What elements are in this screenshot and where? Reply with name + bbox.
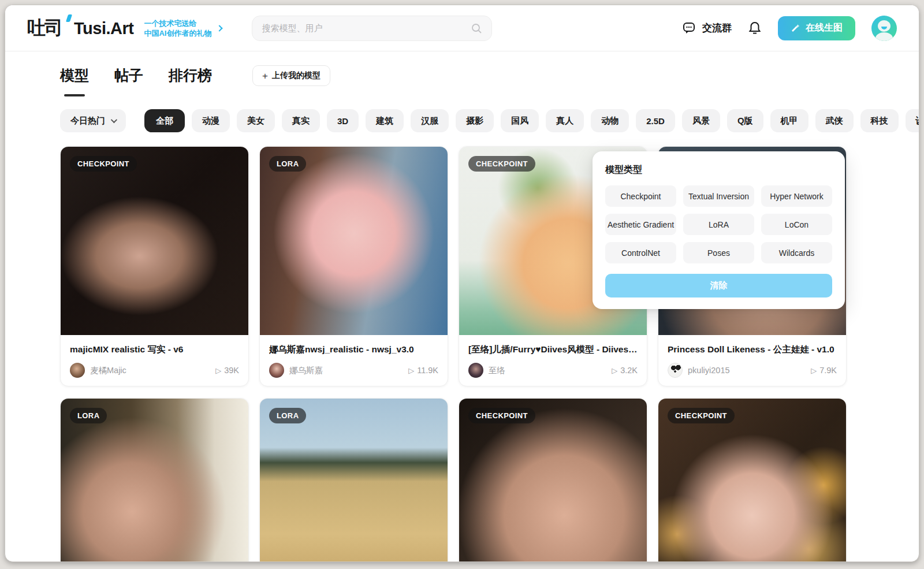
chat-group-label: 交流群 <box>702 21 732 35</box>
category-pill[interactable]: 科技 <box>860 109 899 132</box>
filter-row: 今日热门 全部 动漫 美女 真实 3D 建筑 汉服 摄影 国风 真人 动物 2.… <box>60 109 847 132</box>
filter-panel: 模型类型 Checkpoint Textual Inversion Hyper … <box>593 151 845 309</box>
category-pill[interactable]: 动漫 <box>192 109 230 132</box>
logo-cn-text: 吐司 <box>27 16 62 41</box>
tabs-row: 模型 帖子 排行榜 + 上传我的模型 <box>60 65 847 92</box>
category-pill[interactable]: 风景 <box>682 109 720 132</box>
category-pill[interactable]: 动物 <box>591 109 629 132</box>
model-type-option[interactable]: Wildcards <box>761 242 832 263</box>
author-name[interactable]: 麦橘Majic <box>90 365 126 376</box>
tab-ranking[interactable]: 排行榜 <box>169 66 212 92</box>
sort-label: 今日热门 <box>70 116 105 127</box>
sort-dropdown[interactable]: 今日热门 <box>60 109 126 132</box>
model-card[interactable]: CHECKPOINT majicMIX realistic 写实 - v6 麦橘… <box>60 146 249 386</box>
category-pill[interactable]: 真实 <box>282 109 320 132</box>
main-content: 模型 帖子 排行榜 + 上传我的模型 今日热门 全部 动漫 美女 真实 3D 建… <box>60 65 847 562</box>
plus-icon: + <box>262 71 268 81</box>
run-count: ▷ 39K <box>215 366 239 375</box>
tagline-line1: 一个技术宅送给 <box>144 18 211 28</box>
model-type-option[interactable]: Textual Inversion <box>683 185 754 207</box>
model-type-badge: LORA <box>269 156 306 172</box>
author-avatar[interactable] <box>668 363 683 378</box>
run-count: ▷ 11.9K <box>408 366 438 375</box>
model-card[interactable]: LORA <box>259 398 448 562</box>
model-type-badge: CHECKPOINT <box>70 156 137 172</box>
model-image[interactable]: CHECKPOINT <box>61 147 248 335</box>
logo-accent <box>66 14 72 22</box>
model-card[interactable]: CHECKPOINT <box>459 398 647 562</box>
header-right: 交流群 在线生图 <box>682 16 897 41</box>
model-type-badge: CHECKPOINT <box>468 156 535 172</box>
author-name[interactable]: 至络 <box>489 365 505 376</box>
category-pill[interactable]: 设计 <box>906 109 919 132</box>
filter-panel-title: 模型类型 <box>605 164 832 176</box>
model-type-badge: CHECKPOINT <box>468 408 535 423</box>
magic-wand-icon <box>791 23 800 33</box>
chevron-right-icon[interactable] <box>217 25 223 31</box>
author-avatar[interactable] <box>269 363 284 378</box>
category-pill[interactable]: 机甲 <box>770 109 808 132</box>
category-pill[interactable]: 全部 <box>144 109 185 132</box>
model-type-badge: CHECKPOINT <box>668 408 735 423</box>
user-avatar[interactable] <box>871 16 897 41</box>
category-pill[interactable]: 真人 <box>546 109 584 132</box>
logo-en-text: Tusi.Art <box>74 19 133 38</box>
play-icon: ▷ <box>408 366 414 375</box>
search-icon <box>471 23 482 34</box>
author-avatar[interactable] <box>70 363 85 378</box>
author-avatar[interactable] <box>468 363 483 378</box>
chat-bubble-icon <box>682 21 697 36</box>
search-bar[interactable] <box>252 16 492 41</box>
model-card[interactable]: LORA 娜乌斯嘉nwsj_realistic - nwsj_v3.0 娜乌斯嘉… <box>259 146 448 386</box>
play-icon: ▷ <box>612 366 617 375</box>
tagline: 一个技术宅送给 中国AI创作者的礼物 <box>144 18 222 38</box>
category-pill[interactable]: 汉服 <box>411 109 449 132</box>
logo[interactable]: 吐司 Tusi.Art <box>27 16 133 41</box>
model-type-option[interactable]: ControlNet <box>605 242 676 263</box>
tab-posts[interactable]: 帖子 <box>114 66 143 92</box>
category-pill[interactable]: 2.5D <box>636 109 675 132</box>
upload-model-button[interactable]: + 上传我的模型 <box>252 65 330 86</box>
generate-image-button[interactable]: 在线生图 <box>778 16 855 40</box>
category-pill[interactable]: 美女 <box>237 109 275 132</box>
model-image[interactable]: CHECKPOINT <box>658 399 846 562</box>
category-pill[interactable]: 武侠 <box>815 109 854 132</box>
model-title: majicMIX realistic 写实 - v6 <box>70 344 239 356</box>
model-card[interactable]: CHECKPOINT <box>658 398 847 562</box>
chat-group-button[interactable]: 交流群 <box>682 21 732 36</box>
model-type-options: Checkpoint Textual Inversion Hyper Netwo… <box>605 185 832 263</box>
author-name[interactable]: pkuliyi2015 <box>688 366 730 375</box>
search-input[interactable] <box>262 23 471 33</box>
app-window: 吐司 Tusi.Art 一个技术宅送给 中国AI创作者的礼物 <box>5 5 919 562</box>
model-type-option[interactable]: Aesthetic Gradient <box>605 214 676 235</box>
model-type-badge: LORA <box>70 408 107 423</box>
model-title: [至络]儿插/Furry♥Diives风模型 - Diives|... <box>468 344 638 356</box>
model-image[interactable]: LORA <box>260 399 448 562</box>
tab-models[interactable]: 模型 <box>60 66 89 92</box>
model-title: Princess Doll Likeness - 公主娃娃 - v1.0 <box>668 344 837 356</box>
category-pill[interactable]: Q版 <box>727 109 763 132</box>
model-title: 娜乌斯嘉nwsj_realistic - nwsj_v3.0 <box>269 344 438 356</box>
notification-bell-icon[interactable] <box>748 21 762 36</box>
play-icon: ▷ <box>215 366 221 375</box>
model-image[interactable]: LORA <box>61 399 248 562</box>
model-type-option[interactable]: Checkpoint <box>605 185 676 207</box>
category-pill[interactable]: 建筑 <box>366 109 404 132</box>
model-type-option[interactable]: LoRA <box>683 214 754 235</box>
model-type-option[interactable]: Poses <box>683 242 754 263</box>
category-pill[interactable]: 国风 <box>501 109 539 132</box>
clear-filters-button[interactable]: 清除 <box>605 274 832 297</box>
model-type-option[interactable]: Hyper Network <box>761 185 832 207</box>
category-pill[interactable]: 摄影 <box>456 109 494 132</box>
model-card[interactable]: LORA <box>60 398 249 562</box>
author-name[interactable]: 娜乌斯嘉 <box>289 365 323 376</box>
upload-button-label: 上传我的模型 <box>272 70 321 81</box>
run-count: ▷ 7.9K <box>811 366 837 375</box>
category-pill[interactable]: 3D <box>327 109 359 132</box>
model-image[interactable]: CHECKPOINT <box>459 399 647 562</box>
play-icon: ▷ <box>811 366 817 375</box>
model-image[interactable]: LORA <box>260 147 448 335</box>
model-type-option[interactable]: LoCon <box>761 214 832 235</box>
model-type-badge: LORA <box>269 408 306 423</box>
generate-button-label: 在线生图 <box>806 22 843 34</box>
